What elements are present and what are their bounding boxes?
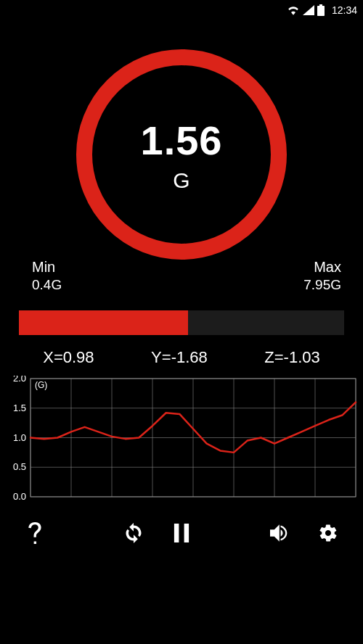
gauge-area: 1.56 G Min 0.4G Max 7.95G [0, 20, 363, 289]
battery-icon [317, 4, 325, 16]
svg-text:1.0: 1.0 [13, 432, 26, 443]
chart: 0.00.51.01.52.0(G) [6, 376, 357, 505]
z-value: Z=-1.03 [264, 348, 319, 367]
pause-button[interactable] [167, 519, 196, 548]
progress-bar-fill [19, 310, 188, 335]
svg-text:2.0: 2.0 [13, 376, 26, 384]
status-time: 12:34 [332, 4, 357, 16]
settings-button[interactable] [314, 519, 343, 548]
gauge-unit: G [173, 168, 189, 193]
xyz-readout: X=0.98 Y=-1.68 Z=-1.03 [15, 348, 348, 367]
x-value: X=0.98 [43, 348, 94, 367]
max-label: Max [314, 259, 341, 276]
min-value: 0.4G [32, 277, 62, 293]
refresh-icon [123, 523, 144, 543]
svg-text:(G): (G) [35, 380, 47, 390]
toolbar [0, 519, 363, 548]
min-readout: Min 0.4G [32, 259, 62, 293]
volume-icon [270, 524, 290, 542]
gauge-ring: 1.56 G [76, 49, 287, 260]
status-bar: 12:34 [0, 0, 363, 20]
max-readout: Max 7.95G [303, 259, 341, 293]
min-label: Min [32, 259, 55, 276]
gear-icon [318, 523, 338, 543]
refresh-button[interactable] [119, 519, 148, 548]
question-icon [27, 522, 43, 544]
gauge-value: 1.56 [141, 117, 223, 164]
progress-bar [19, 310, 344, 335]
max-value: 7.95G [303, 277, 341, 293]
signal-icon [303, 5, 314, 15]
svg-text:1.5: 1.5 [13, 402, 26, 413]
y-value: Y=-1.68 [151, 348, 208, 367]
svg-text:0.0: 0.0 [13, 491, 26, 502]
chart-svg: 0.00.51.01.52.0(G) [6, 376, 357, 503]
wifi-icon [287, 5, 300, 15]
volume-button[interactable] [266, 519, 295, 548]
svg-text:0.5: 0.5 [13, 461, 26, 472]
help-button[interactable] [20, 519, 49, 548]
pause-icon [174, 524, 189, 542]
